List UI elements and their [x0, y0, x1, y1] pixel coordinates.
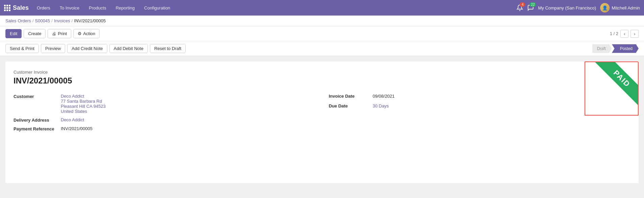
invoice-left-fields: Customer Deco Addict 77 Santa Barbara Rd…	[14, 94, 315, 135]
avatar-image: 👤	[600, 3, 610, 13]
next-record-button[interactable]: ›	[630, 30, 639, 38]
payment-reference-label: Payment Reference	[14, 126, 61, 131]
user-avatar: 👤	[600, 3, 610, 13]
send-print-button[interactable]: Send & Print	[5, 44, 39, 53]
invoice-number: INV/2021/00005	[14, 76, 630, 85]
paid-stamp-container: PAID	[585, 61, 639, 116]
customer-address-1: 77 Santa Barbara Rd	[61, 99, 106, 104]
nav-reporting[interactable]: Reporting	[112, 3, 139, 13]
add-debit-note-button[interactable]: Add Debit Note	[109, 44, 148, 53]
nav-orders[interactable]: Orders	[33, 3, 54, 13]
due-date-link[interactable]: 30 Days	[373, 103, 389, 108]
delivery-address-field-row: Delivery Address Deco Addict	[14, 117, 315, 123]
status-pipeline: Draft Posted	[592, 44, 639, 53]
app-name: Sales	[13, 4, 29, 11]
print-button[interactable]: 🖨 Print	[48, 29, 71, 38]
company-name[interactable]: My Company (San Francisco)	[538, 5, 596, 10]
breadcrumb-invoices[interactable]: Invoices	[54, 18, 70, 23]
breadcrumb-sep-2: /	[51, 18, 53, 23]
paid-stamp: PAID	[595, 61, 639, 105]
grid-icon	[4, 5, 10, 11]
user-menu[interactable]: 👤 Mitchell Admin	[600, 3, 640, 13]
due-date-value: 30 Days	[373, 103, 389, 108]
breadcrumb: Sales Orders / S00045 / Invoices / INV/2…	[0, 16, 644, 26]
status-steps: Draft Posted	[592, 44, 639, 53]
pagination-text: 1 / 2	[610, 31, 618, 36]
messages-button[interactable]: 22	[527, 4, 534, 11]
top-navigation: Sales Orders To Invoice Products Reporti…	[0, 0, 644, 16]
nav-to-invoice[interactable]: To Invoice	[56, 3, 84, 13]
customer-value: Deco Addict 77 Santa Barbara Rd Pleasant…	[61, 94, 106, 114]
delivery-address-link[interactable]: Deco Addict	[61, 117, 84, 122]
pagination-controls: 1 / 2 ‹ ›	[610, 30, 639, 38]
breadcrumb-s00045[interactable]: S00045	[35, 18, 50, 23]
invoice-subtitle: Customer Invoice	[14, 70, 630, 75]
breadcrumb-sep-3: /	[72, 18, 73, 23]
create-button[interactable]: Create	[24, 29, 46, 38]
action-bar: Send & Print Preview Add Credit Note Add…	[0, 41, 644, 56]
customer-name-link[interactable]: Deco Addict	[61, 94, 84, 99]
add-credit-note-button[interactable]: Add Credit Note	[67, 44, 107, 53]
gear-icon: ⚙	[78, 31, 82, 36]
invoice-date-value: 09/08/2021	[373, 94, 395, 99]
toolbar: Edit Create 🖨 Print ⚙ Action 1 / 2 ‹ ›	[0, 26, 644, 41]
invoice-date-label: Invoice Date	[329, 94, 373, 99]
app-logo[interactable]: Sales	[4, 4, 29, 11]
breadcrumb-sales-orders[interactable]: Sales Orders	[5, 18, 31, 23]
printer-icon: 🖨	[52, 31, 56, 36]
invoice-fields: Customer Deco Addict 77 Santa Barbara Rd…	[14, 94, 630, 135]
delivery-address-label: Delivery Address	[14, 117, 61, 123]
status-draft[interactable]: Draft	[592, 44, 612, 53]
payment-reference-value: INV/2021/00005	[61, 126, 92, 131]
payment-reference-field-row: Payment Reference INV/2021/00005	[14, 126, 315, 131]
nav-products[interactable]: Products	[85, 3, 110, 13]
customer-address-2: Pleasant Hill CA 94523	[61, 104, 106, 109]
status-posted[interactable]: Posted	[612, 44, 639, 53]
main-content: PAID Customer Invoice INV/2021/00005 Cus…	[0, 56, 644, 189]
customer-label: Customer	[14, 94, 61, 99]
notifications-badge: 4	[520, 2, 525, 7]
breadcrumb-current: INV/2021/00005	[74, 18, 106, 23]
prev-record-button[interactable]: ‹	[620, 30, 628, 38]
nav-configuration[interactable]: Configuration	[140, 3, 174, 13]
reset-to-draft-button[interactable]: Reset to Draft	[150, 44, 186, 53]
delivery-address-value: Deco Addict	[61, 117, 84, 122]
invoice-card: PAID Customer Invoice INV/2021/00005 Cus…	[5, 61, 639, 183]
action-button[interactable]: ⚙ Action	[73, 29, 100, 38]
customer-address-country: United States	[61, 109, 106, 114]
customer-field-row: Customer Deco Addict 77 Santa Barbara Rd…	[14, 94, 315, 114]
due-date-label: Due Date	[329, 103, 373, 108]
user-name: Mitchell Admin	[612, 5, 640, 10]
breadcrumb-sep-1: /	[32, 18, 34, 23]
edit-button[interactable]: Edit	[5, 29, 22, 38]
notifications-button[interactable]: 4	[516, 4, 523, 11]
messages-badge: 22	[530, 2, 536, 7]
preview-button[interactable]: Preview	[41, 44, 65, 53]
topnav-right-section: 4 22 My Company (San Francisco) 👤 Mitche…	[516, 3, 640, 13]
